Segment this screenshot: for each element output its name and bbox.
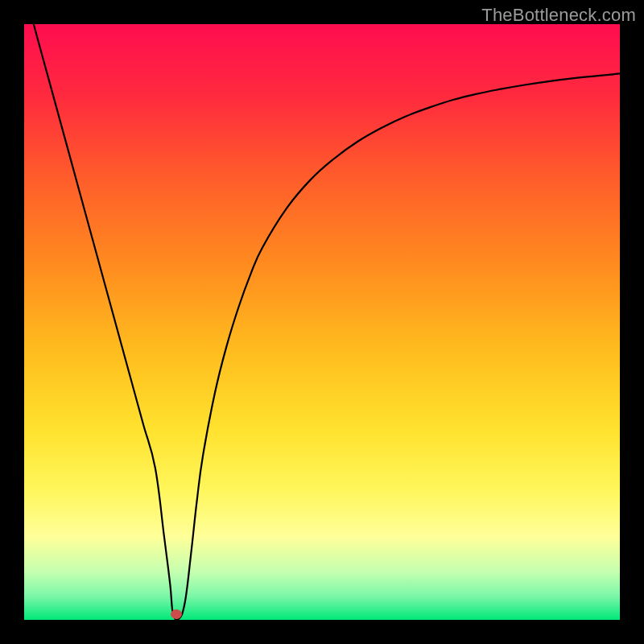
curve-layer (24, 24, 620, 620)
chart-frame: TheBottleneck.com (0, 0, 644, 644)
optimum-marker (171, 609, 182, 619)
plot-area (24, 24, 620, 620)
watermark-text: TheBottleneck.com (481, 5, 636, 26)
bottleneck-curve (24, 24, 620, 620)
